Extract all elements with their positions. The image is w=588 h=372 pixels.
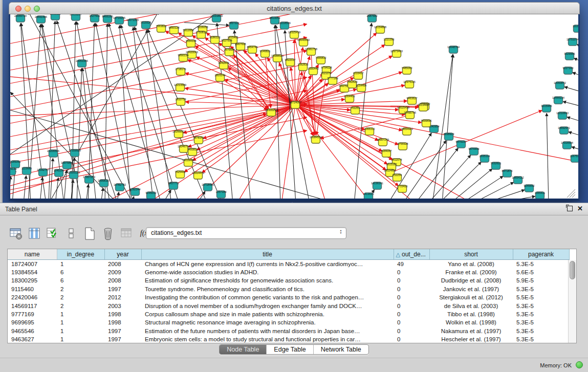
- table-cell[interactable]: 5.9E-5: [513, 276, 569, 285]
- table-cell[interactable]: Hescheler et al. (1997): [429, 335, 513, 343]
- table-row[interactable]: 1456911722003Disruption of a novel membe…: [8, 302, 569, 310]
- graph-node[interactable]: 9242844: [219, 61, 229, 69]
- column-header-out_de[interactable]: △ out_de...: [394, 249, 429, 259]
- graph-edge[interactable]: [101, 188, 103, 199]
- table-cell[interactable]: Dudbridge et al. (2008): [429, 276, 513, 285]
- table-cell[interactable]: 2008: [104, 259, 141, 268]
- graph-edge[interactable]: [10, 130, 307, 195]
- graph-node[interactable]: 9227343: [563, 67, 574, 74]
- table-row[interactable]: 1830029562008Estimation of significance …: [8, 276, 569, 285]
- graph-node[interactable]: 24055724: [14, 14, 27, 22]
- table-cell[interactable]: 5.5E-5: [513, 293, 569, 301]
- graph-edge[interactable]: [295, 105, 387, 164]
- table-cell[interactable]: 5.3E-5: [513, 335, 569, 343]
- graph-node[interactable]: 12444134: [552, 96, 564, 104]
- table-row[interactable]: 1872400712008Changes of HCN gene express…: [8, 259, 569, 268]
- table-cell[interactable]: 0: [394, 276, 429, 285]
- graph-node[interactable]: 2718176: [176, 68, 186, 75]
- table-cell[interactable]: 2012: [104, 293, 141, 301]
- graph-node[interactable]: 18907249: [377, 138, 389, 146]
- graph-node[interactable]: 8454749: [247, 46, 258, 53]
- graph-node[interactable]: 16782753: [114, 183, 126, 191]
- graph-node[interactable]: 20053346: [76, 59, 88, 67]
- graph-node[interactable]: 17359928: [69, 149, 81, 157]
- table-cell[interactable]: 1998: [104, 310, 141, 318]
- table-cell[interactable]: Changes of HCN gene expression and I(f) …: [141, 259, 394, 268]
- table-cell[interactable]: 0: [394, 327, 429, 335]
- graph-edge[interactable]: [220, 78, 268, 110]
- table-cell[interactable]: 1: [57, 310, 104, 318]
- graph-node[interactable]: 15692971: [558, 126, 570, 134]
- graph-node[interactable]: 9822017: [285, 58, 296, 66]
- graph-node[interactable]: 14039489: [182, 159, 194, 166]
- graph-edge[interactable]: [234, 30, 251, 199]
- graph-node[interactable]: 9245652: [524, 184, 535, 192]
- graph-node[interactable]: 8938923: [444, 133, 454, 140]
- table-cell[interactable]: 49: [394, 259, 429, 268]
- graph-node[interactable]: 15688520: [271, 54, 284, 62]
- graph-node[interactable]: 1257184: [216, 190, 227, 198]
- graph-edge[interactable]: [77, 21, 110, 199]
- graph-node[interactable]: 17016504: [561, 141, 573, 149]
- graph-edge[interactable]: [10, 64, 307, 128]
- graph-node[interactable]: 14671355: [126, 18, 139, 26]
- graph-node[interactable]: 10973493: [390, 50, 403, 57]
- graph-edge[interactable]: [40, 177, 42, 199]
- graph-node[interactable]: 1065328: [50, 14, 61, 20]
- table-cell[interactable]: 1: [57, 259, 104, 268]
- close-panel-icon[interactable]: ✕: [577, 205, 583, 212]
- graph-edge[interactable]: [133, 27, 154, 199]
- graph-node[interactable]: 5912954: [183, 29, 194, 36]
- scrollbar-thumb[interactable]: [570, 261, 575, 279]
- table-cell[interactable]: 2009: [104, 268, 141, 276]
- validate-table-icon[interactable]: [46, 227, 60, 240]
- graph-node[interactable]: 9327508: [222, 39, 232, 47]
- graph-node[interactable]: 1112304: [573, 25, 578, 32]
- graph-node[interactable]: 10654112: [512, 176, 524, 184]
- graph-node[interactable]: 12093872: [554, 81, 566, 89]
- graph-node[interactable]: 1527602: [90, 14, 100, 22]
- table-cell[interactable]: 9463627: [8, 335, 57, 343]
- graph-node[interactable]: 252254: [393, 173, 402, 181]
- graph-node[interactable]: 3493822: [187, 148, 198, 156]
- table-cell[interactable]: Jankovic et al. (1997): [429, 285, 513, 293]
- graph-node[interactable]: 6479197: [456, 140, 467, 148]
- table-cell[interactable]: de Silva et al. (2003): [429, 302, 513, 310]
- graph-node[interactable]: 7515526: [141, 21, 151, 29]
- graph-node[interactable]: 7663822: [156, 25, 167, 32]
- graph-node[interactable]: 9756928: [398, 142, 408, 150]
- graph-edge[interactable]: [197, 105, 295, 150]
- table-row[interactable]: 946554611997Estimation of the future num…: [8, 327, 569, 335]
- column-stack-icon[interactable]: [64, 227, 78, 240]
- graph-node[interactable]: 18724007: [289, 101, 301, 108]
- graph-node[interactable]: 8186323: [210, 36, 221, 43]
- table-cell[interactable]: 1997: [104, 285, 141, 293]
- graph-node[interactable]: 7632621: [491, 162, 502, 169]
- graph-node[interactable]: 19654923: [401, 127, 413, 135]
- graph-edge[interactable]: [295, 105, 578, 169]
- column-header-pagerank[interactable]: pagerank: [513, 249, 569, 259]
- graph-node[interactable]: 9890134: [178, 54, 189, 61]
- graph-edge[interactable]: [472, 182, 514, 199]
- graph-node[interactable]: 2364403: [344, 95, 355, 102]
- graph-edge[interactable]: [295, 47, 303, 105]
- graph-node[interactable]: 16033809: [210, 14, 223, 22]
- table-cell[interactable]: Corpus callosum shape and size in male p…: [141, 310, 394, 318]
- graph-node[interactable]: 1167533: [570, 155, 578, 162]
- graph-node[interactable]: 8471876: [502, 169, 513, 177]
- table-cell[interactable]: 2: [57, 293, 104, 301]
- graph-node[interactable]: 18640910: [297, 38, 310, 46]
- graph-node[interactable]: 14136141: [371, 182, 383, 189]
- graph-node[interactable]: 9699695: [421, 119, 432, 127]
- table-cell[interactable]: Structural magnetic resonance image aver…: [141, 318, 394, 326]
- table-row[interactable]: 969969511998Structural magnetic resonanc…: [8, 318, 569, 326]
- graph-node[interactable]: 1654338: [186, 39, 197, 47]
- graph-node[interactable]: 8466160: [102, 15, 113, 23]
- graph-edge[interactable]: [202, 105, 295, 173]
- graph-node[interactable]: 5878342: [193, 136, 204, 144]
- graph-edge[interactable]: [50, 158, 53, 199]
- table-cell[interactable]: 2: [57, 302, 104, 310]
- graph-node[interactable]: 16154808: [374, 26, 386, 33]
- graph-edge[interactable]: [184, 23, 229, 25]
- graph-edge[interactable]: [215, 105, 295, 199]
